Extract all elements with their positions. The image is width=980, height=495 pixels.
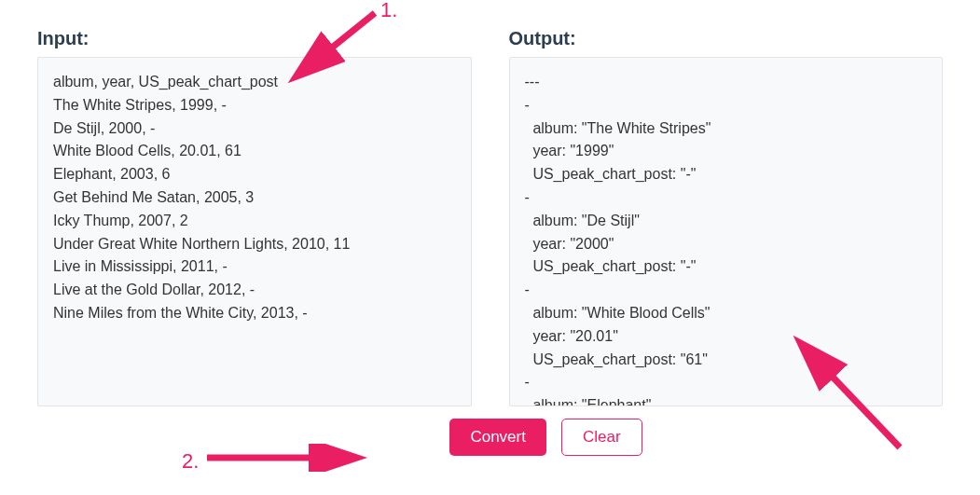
button-row: Convert Clear	[0, 419, 980, 456]
clear-button[interactable]: Clear	[561, 419, 642, 456]
input-panel: Input: album, year, US_peak_chart_post T…	[37, 28, 472, 406]
output-label: Output:	[509, 28, 944, 49]
output-textarea[interactable]: --- - album: "The White Stripes" year: "…	[509, 57, 944, 406]
input-textarea[interactable]: album, year, US_peak_chart_post The Whit…	[37, 57, 472, 406]
output-panel: Output: --- - album: "The White Stripes"…	[509, 28, 944, 406]
convert-button[interactable]: Convert	[449, 419, 546, 456]
input-label: Input:	[37, 28, 472, 49]
